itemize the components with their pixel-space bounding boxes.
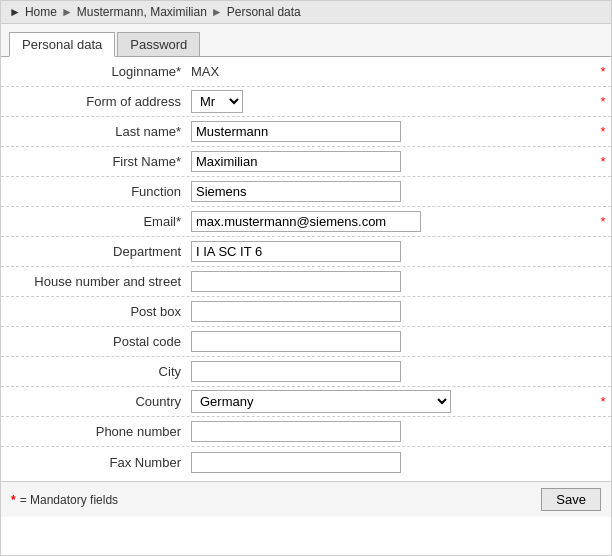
save-button[interactable]: Save bbox=[541, 488, 601, 511]
breadcrumb-current: Personal data bbox=[227, 5, 301, 19]
input-department[interactable] bbox=[191, 241, 401, 262]
value-country: Germany Austria Switzerland United State… bbox=[191, 390, 595, 413]
value-first-name bbox=[191, 151, 595, 172]
label-house-number-street: House number and street bbox=[1, 274, 191, 289]
select-form-of-address[interactable]: Mr Mrs bbox=[191, 90, 243, 113]
value-fax-number bbox=[191, 452, 595, 473]
value-last-name bbox=[191, 121, 595, 142]
tabs-container: Personal data Password bbox=[1, 24, 611, 57]
value-city bbox=[191, 361, 595, 382]
loginname-text: MAX bbox=[191, 64, 219, 79]
value-department bbox=[191, 241, 595, 262]
row-form-of-address: Form of address Mr Mrs * bbox=[1, 87, 611, 117]
row-phone-number: Phone number bbox=[1, 417, 611, 447]
row-department: Department bbox=[1, 237, 611, 267]
row-first-name: First Name* * bbox=[1, 147, 611, 177]
row-postal-code: Postal code bbox=[1, 327, 611, 357]
value-postal-code bbox=[191, 331, 595, 352]
input-last-name[interactable] bbox=[191, 121, 401, 142]
value-function bbox=[191, 181, 595, 202]
required-email: * bbox=[595, 214, 611, 229]
label-phone-number: Phone number bbox=[1, 424, 191, 439]
row-fax-number: Fax Number bbox=[1, 447, 611, 477]
label-last-name: Last name* bbox=[1, 124, 191, 139]
required-last-name: * bbox=[595, 124, 611, 139]
label-post-box: Post box bbox=[1, 304, 191, 319]
mandatory-star: * bbox=[11, 493, 16, 507]
row-last-name: Last name* * bbox=[1, 117, 611, 147]
label-form-of-address: Form of address bbox=[1, 94, 191, 109]
tab-personal-data[interactable]: Personal data bbox=[9, 32, 115, 57]
form-footer: * = Mandatory fields Save bbox=[1, 481, 611, 517]
value-post-box bbox=[191, 301, 595, 322]
required-form-of-address: * bbox=[595, 94, 611, 109]
breadcrumb-user[interactable]: Mustermann, Maximilian bbox=[77, 5, 207, 19]
value-loginname: MAX bbox=[191, 64, 595, 79]
row-email: Email* * bbox=[1, 207, 611, 237]
label-fax-number: Fax Number bbox=[1, 455, 191, 470]
value-phone-number bbox=[191, 421, 595, 442]
label-department: Department bbox=[1, 244, 191, 259]
breadcrumb-arrow-icon: ► bbox=[9, 5, 21, 19]
form-personal-data: Loginname* MAX * Form of address Mr Mrs … bbox=[1, 57, 611, 477]
select-country[interactable]: Germany Austria Switzerland United State… bbox=[191, 390, 451, 413]
row-house-number-street: House number and street bbox=[1, 267, 611, 297]
label-loginname: Loginname* bbox=[1, 64, 191, 79]
input-post-box[interactable] bbox=[191, 301, 401, 322]
label-postal-code: Postal code bbox=[1, 334, 191, 349]
breadcrumb-sep-1: ► bbox=[61, 5, 73, 19]
value-house-number-street bbox=[191, 271, 595, 292]
row-post-box: Post box bbox=[1, 297, 611, 327]
page-wrapper: ► Home ► Mustermann, Maximilian ► Person… bbox=[0, 0, 612, 556]
input-phone-number[interactable] bbox=[191, 421, 401, 442]
label-function: Function bbox=[1, 184, 191, 199]
value-email bbox=[191, 211, 595, 232]
input-function[interactable] bbox=[191, 181, 401, 202]
mandatory-text: = Mandatory fields bbox=[20, 493, 118, 507]
input-house-number-street[interactable] bbox=[191, 271, 401, 292]
row-country: Country Germany Austria Switzerland Unit… bbox=[1, 387, 611, 417]
tab-password[interactable]: Password bbox=[117, 32, 200, 56]
label-email: Email* bbox=[1, 214, 191, 229]
mandatory-note: * = Mandatory fields bbox=[11, 493, 118, 507]
label-city: City bbox=[1, 364, 191, 379]
input-city[interactable] bbox=[191, 361, 401, 382]
required-loginname: * bbox=[595, 64, 611, 79]
input-first-name[interactable] bbox=[191, 151, 401, 172]
breadcrumb-home[interactable]: Home bbox=[25, 5, 57, 19]
label-country: Country bbox=[1, 394, 191, 409]
input-fax-number[interactable] bbox=[191, 452, 401, 473]
row-city: City bbox=[1, 357, 611, 387]
breadcrumb-sep-2: ► bbox=[211, 5, 223, 19]
required-country: * bbox=[595, 394, 611, 409]
breadcrumb: ► Home ► Mustermann, Maximilian ► Person… bbox=[1, 1, 611, 24]
input-postal-code[interactable] bbox=[191, 331, 401, 352]
row-loginname: Loginname* MAX * bbox=[1, 57, 611, 87]
value-form-of-address: Mr Mrs bbox=[191, 90, 595, 113]
input-email[interactable] bbox=[191, 211, 421, 232]
row-function: Function bbox=[1, 177, 611, 207]
required-first-name: * bbox=[595, 154, 611, 169]
label-first-name: First Name* bbox=[1, 154, 191, 169]
